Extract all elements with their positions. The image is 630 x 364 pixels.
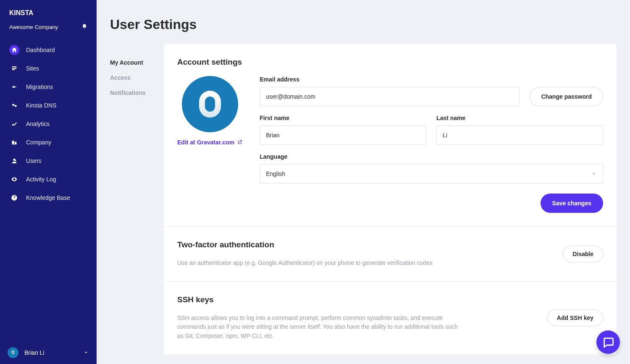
sidebar-item-label: Analytics (26, 120, 50, 127)
sidebar-item-label: Migrations (26, 84, 53, 90)
activity-icon (9, 174, 19, 184)
sidebar-item-label: Activity Log (26, 176, 56, 183)
company-icon (9, 137, 19, 147)
sidebar-item-label: Kinsta DNS (26, 102, 56, 109)
sidebar-item-users[interactable]: Users (0, 152, 97, 170)
language-select[interactable]: English (260, 164, 603, 183)
add-ssh-key-button[interactable]: Add SSH key (547, 309, 603, 326)
sidebar-item-label: Knowledge Base (26, 194, 70, 201)
ssh-description: SSH access allows you to log into a comm… (177, 314, 463, 341)
email-label: Email address (260, 76, 520, 83)
sidebar-item-migrations[interactable]: Migrations (0, 78, 97, 96)
subnav-notifications[interactable]: Notifications (110, 85, 164, 100)
dns-icon (9, 100, 19, 110)
analytics-icon (9, 119, 19, 129)
users-icon (9, 156, 19, 166)
knowledge-icon (9, 193, 19, 203)
sidebar-item-dns[interactable]: Kinsta DNS (0, 96, 97, 115)
sidebar-item-label: Company (26, 139, 51, 146)
svg-point-1 (10, 349, 17, 356)
gravatar-avatar (182, 76, 238, 132)
user-name: Brian Li (24, 349, 44, 356)
sidebar-item-sites[interactable]: Sites (0, 59, 97, 78)
sidebar-item-label: Dashboard (26, 47, 55, 53)
chevron-down-icon (591, 171, 597, 177)
sidebar-item-dashboard[interactable]: Dashboard (0, 41, 97, 59)
last-name-input[interactable] (436, 126, 603, 145)
email-input[interactable] (260, 87, 520, 106)
section-title: Account settings (177, 58, 603, 67)
section-title: SSH keys (177, 295, 463, 304)
sidebar-item-analytics[interactable]: Analytics (0, 115, 97, 133)
svg-text:KINSTA: KINSTA (9, 9, 33, 16)
user-menu[interactable]: Brian Li (0, 341, 97, 364)
brand-logo: KINSTA (9, 8, 87, 18)
chat-icon (602, 336, 614, 348)
company-name[interactable]: Awesome Company (9, 24, 58, 30)
sidebar-item-knowledge[interactable]: Knowledge Base (0, 189, 97, 207)
disable-tfa-button[interactable]: Disable (563, 246, 603, 262)
chat-launcher[interactable] (596, 330, 620, 354)
account-settings-section: Account settings Edit at (164, 44, 617, 227)
last-name-label: Last name (436, 115, 603, 121)
ssh-keys-section: SSH keys SSH access allows you to log in… (164, 282, 617, 354)
external-link-icon (237, 139, 243, 145)
first-name-input[interactable] (260, 126, 426, 145)
first-name-label: First name (260, 115, 426, 121)
language-label: Language (260, 153, 603, 160)
avatar-icon (8, 347, 18, 358)
sidebar-item-company[interactable]: Company (0, 133, 97, 152)
sites-icon (9, 63, 19, 73)
two-factor-section: Two-factor authentication Use an authent… (164, 227, 617, 282)
main-content: User Settings My Account Access Notifica… (97, 0, 630, 364)
save-changes-button[interactable]: Save changes (541, 194, 603, 213)
sidebar: KINSTA Awesome Company Dashboard Sites M… (0, 0, 97, 364)
home-icon (9, 45, 19, 55)
edit-gravatar-link[interactable]: Edit at Gravatar.com (177, 139, 243, 146)
sidebar-item-label: Sites (26, 65, 39, 72)
section-title: Two-factor authentication (177, 240, 433, 249)
sidebar-nav: Dashboard Sites Migrations Kinsta DNS An… (0, 38, 97, 341)
sidebar-item-activity[interactable]: Activity Log (0, 170, 97, 189)
notifications-bell-icon[interactable] (81, 24, 87, 31)
page-title: User Settings (97, 0, 630, 44)
chevron-up-icon (83, 349, 89, 356)
subnav-my-account[interactable]: My Account (110, 55, 164, 70)
subnav-access[interactable]: Access (110, 70, 164, 85)
sidebar-item-label: Users (26, 157, 42, 164)
tfa-description: Use an authenticator app (e.g. Google Au… (177, 259, 433, 268)
migrations-icon (9, 82, 19, 92)
settings-card: Account settings Edit at (164, 44, 617, 354)
svg-point-2 (189, 83, 231, 125)
settings-subnav: My Account Access Notifications (110, 44, 164, 354)
change-password-button[interactable]: Change password (530, 87, 603, 106)
